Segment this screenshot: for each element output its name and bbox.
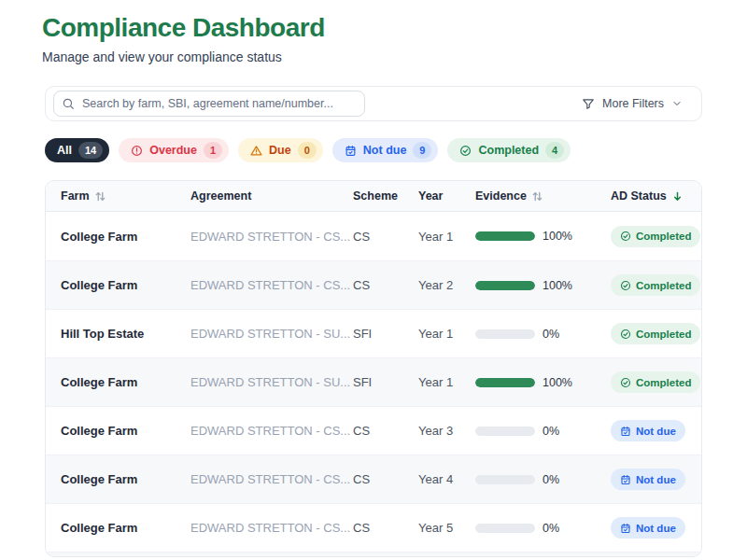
search-icon xyxy=(62,97,75,110)
status-cell: Completed xyxy=(611,371,701,393)
farm-name: College Farm xyxy=(46,521,190,535)
compliance-table: Farm Agreement Scheme Year Evidence AD S… xyxy=(45,180,702,557)
status-cell: Not due xyxy=(611,517,701,539)
status-badge: Completed xyxy=(611,371,700,393)
evidence-progress-bar xyxy=(475,524,535,533)
farm-name: College Farm xyxy=(46,230,190,244)
status-badge: Completed xyxy=(611,323,700,344)
more-filters-button[interactable]: More Filters xyxy=(582,97,683,110)
year: Year 1 xyxy=(418,375,475,389)
table-row[interactable]: College Farm EDWARD STRETTON - SU... SFI… xyxy=(46,357,701,406)
check-circle-icon xyxy=(620,329,631,340)
calendar-icon xyxy=(620,426,631,437)
year: Year 3 xyxy=(418,424,475,438)
status-badge-label: Completed xyxy=(636,280,691,291)
evidence-percent: 0% xyxy=(543,328,559,341)
calendar-icon xyxy=(620,474,631,485)
farm-name: Hill Top Estate xyxy=(46,327,190,341)
status-cell: Not due xyxy=(611,469,701,490)
status-badge: Not due xyxy=(611,469,685,490)
evidence-percent: 0% xyxy=(543,425,559,438)
agreement-name: EDWARD STRETTON - CS... xyxy=(190,230,353,244)
status-cell: Not due xyxy=(611,420,701,441)
chevron-down-icon xyxy=(671,98,683,109)
status-badge-label: Completed xyxy=(636,329,691,340)
scheme: CS xyxy=(353,521,418,535)
evidence-cell: 0% xyxy=(475,522,611,535)
scheme: CS xyxy=(353,472,418,486)
search-box xyxy=(53,91,365,117)
evidence-progress-bar xyxy=(475,427,535,436)
check-circle-icon xyxy=(620,377,631,388)
column-header[interactable]: Evidence xyxy=(475,189,611,203)
filter-label: Due xyxy=(269,144,291,157)
farm-name: College Farm xyxy=(46,375,190,389)
table-row[interactable]: Hill Top Estate EDWARD STRETTON - SU... … xyxy=(46,309,701,357)
filter-funnel-icon xyxy=(582,97,595,110)
status-cell: Completed xyxy=(611,226,701,247)
sort-desc-icon xyxy=(671,190,684,203)
table-row[interactable]: College Farm EDWARD STRETTON - CS... CS … xyxy=(46,260,701,309)
status-filter-pill[interactable]: Due 0 xyxy=(238,138,323,162)
check-circle-icon xyxy=(459,145,472,157)
evidence-percent: 100% xyxy=(543,230,572,243)
column-header-label: Evidence xyxy=(475,189,527,203)
scheme: SFI xyxy=(353,375,418,389)
agreement-name: EDWARD STRETTON - SU... xyxy=(190,375,353,389)
column-header-label: Scheme xyxy=(353,189,398,203)
evidence-progress-bar xyxy=(475,281,535,290)
table-row[interactable]: College Farm EDWARD STRETTON - CS... CS … xyxy=(46,212,701,260)
evidence-progress-bar xyxy=(475,231,535,241)
filter-count-badge: 9 xyxy=(413,142,431,159)
agreement-name: EDWARD STRETTON - CS... xyxy=(190,521,353,535)
filter-label: Not due xyxy=(363,144,407,157)
status-badge: Completed xyxy=(611,226,700,247)
status-filter-pill[interactable]: Not due 9 xyxy=(332,138,439,162)
status-filter-pill[interactable]: Overdue 1 xyxy=(119,138,229,162)
evidence-percent: 0% xyxy=(543,473,559,486)
column-header-label: Agreement xyxy=(190,189,251,203)
evidence-progress-fill xyxy=(475,231,535,241)
scheme: SFI xyxy=(353,327,418,341)
column-header: Scheme xyxy=(353,189,418,203)
evidence-percent: 100% xyxy=(543,279,572,292)
status-filter-pill[interactable]: All 14 xyxy=(45,138,109,162)
search-input[interactable] xyxy=(53,91,365,117)
farm-name: College Farm xyxy=(46,278,190,292)
column-header[interactable]: Farm xyxy=(46,189,190,203)
farm-name: College Farm xyxy=(46,424,190,438)
alert-circle-icon xyxy=(131,145,143,157)
evidence-progress-fill xyxy=(475,378,535,387)
column-header: Agreement xyxy=(190,189,353,203)
status-badge-label: Not due xyxy=(636,523,676,534)
year: Year 1 xyxy=(418,327,475,341)
column-header[interactable]: AD Status xyxy=(611,189,701,203)
compliance-dashboard-page: Compliance Dashboard Manage and view you… xyxy=(0,0,747,557)
column-header: Year xyxy=(418,189,475,203)
warning-triangle-icon xyxy=(250,145,262,157)
year: Year 2 xyxy=(418,278,475,292)
table-row[interactable]: College Farm EDWARD STRETTON - CS... CS … xyxy=(46,455,701,503)
status-filter-pill[interactable]: Completed 4 xyxy=(447,138,571,162)
evidence-progress-bar xyxy=(475,329,535,339)
filter-count-badge: 0 xyxy=(298,142,317,159)
evidence-cell: 0% xyxy=(475,425,611,438)
evidence-progress-bar xyxy=(475,378,535,387)
column-header-label: Farm xyxy=(61,189,90,203)
calendar-icon xyxy=(620,523,631,534)
table-row[interactable]: College Farm EDWARD STRETTON - CS... CS … xyxy=(46,503,701,552)
table-row[interactable]: College Farm EDWARD STRETTON - CS... CS … xyxy=(46,406,701,455)
scheme: CS xyxy=(353,230,418,244)
table-header-row: Farm Agreement Scheme Year Evidence AD S… xyxy=(46,181,701,212)
evidence-percent: 0% xyxy=(543,522,559,535)
table-body: College Farm EDWARD STRETTON - CS... CS … xyxy=(46,212,701,552)
filter-label: Overdue xyxy=(149,144,197,157)
evidence-cell: 100% xyxy=(475,230,611,243)
evidence-cell: 100% xyxy=(475,279,611,292)
scheme: CS xyxy=(353,424,418,438)
status-badge-label: Not due xyxy=(636,426,676,437)
column-header-label: Year xyxy=(418,189,443,203)
evidence-cell: 100% xyxy=(475,376,611,389)
year: Year 4 xyxy=(418,472,475,486)
agreement-name: EDWARD STRETTON - SU... xyxy=(190,327,353,341)
